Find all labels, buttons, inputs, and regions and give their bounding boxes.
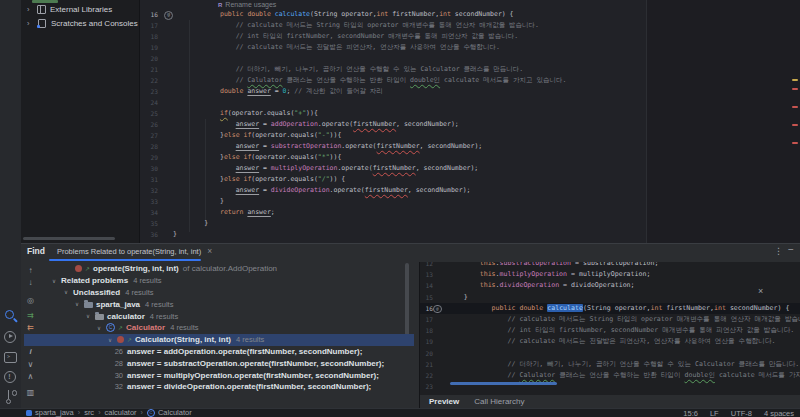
problems-icon[interactable] — [3, 370, 18, 385]
hide-panel-icon[interactable]: − — [788, 244, 794, 255]
tree-node[interactable]: ∨↗Calculator(String, int, int)4 results — [44, 334, 416, 346]
code-line[interactable]: 32 answer = divideOperation.operate(firs… — [140, 185, 800, 196]
collapse-all-icon[interactable]: ∧ — [24, 372, 37, 382]
breadcrumb-item[interactable]: calculator — [104, 409, 136, 417]
code-line[interactable]: 36} — [140, 229, 800, 240]
code-line[interactable]: 25 if(operator.equals("+")){ — [140, 108, 800, 119]
tree-node[interactable]: ∨Unclassified4 results — [44, 287, 416, 299]
navigate-down-icon[interactable]: ↓ — [24, 278, 37, 288]
gutter — [433, 280, 440, 291]
find-results-tab[interactable]: Problems Related to operate(String, int,… — [57, 247, 201, 256]
ide-window: ›External Libraries›Scratches and Consol… — [0, 0, 800, 417]
chevron-down-icon[interactable]: ∨ — [64, 289, 73, 295]
error-stripe-mark[interactable] — [792, 142, 798, 144]
code-line[interactable]: 20 — [420, 348, 800, 359]
error-stripe-mark[interactable] — [792, 106, 798, 108]
find-icon[interactable] — [3, 308, 18, 323]
code-text: public double calculate(String operator,… — [173, 9, 514, 20]
result-line[interactable]: 32answer = divideOperation.operate(first… — [44, 381, 416, 393]
code-line[interactable]: 21 // 더하기, 빼기, 나누기, 곱하기 연산을 수행할 수 있는 Cal… — [140, 64, 800, 75]
code-line[interactable]: 19 // calculate 메서드는 전달받은 피연산자, 연산자를 사용하… — [420, 336, 800, 347]
status-item[interactable]: 4 spaces — [764, 409, 794, 417]
code-line[interactable]: 26 answer = addOperation.operate(firstNu… — [140, 119, 800, 130]
status-item[interactable]: 15:6 — [683, 409, 698, 417]
locate-icon[interactable]: ◎ — [24, 296, 37, 306]
run-icon[interactable] — [3, 330, 18, 345]
tree-node[interactable]: ∨sparta_java4 results — [44, 298, 416, 310]
chevron-down-icon[interactable]: ∨ — [75, 301, 84, 307]
code-line[interactable]: 13 this.multiplyOperation = multiplyOper… — [420, 269, 800, 280]
tree-node[interactable]: ∨Related problems4 results — [44, 275, 416, 287]
sidebar-item-external-libraries[interactable]: ›External Libraries — [21, 3, 139, 17]
code-line[interactable]: 35 } — [140, 218, 800, 229]
tree-node[interactable]: ∨calculator4 results — [44, 310, 416, 322]
code-line[interactable]: 19 // calculate 메서드는 전달받은 피연산자, 연산자를 사용하… — [140, 42, 800, 53]
more-options-icon[interactable]: ⋮ — [774, 246, 783, 256]
preview-editor[interactable]: 12 this.substractOperation = substractOp… — [420, 262, 800, 395]
code-line[interactable]: 22 // Calulator 클래스는 연산을 수행하는 반환 타입이 dou… — [140, 75, 800, 86]
breadcrumb-item[interactable]: sparta_java — [26, 409, 74, 417]
autoscroll-to-source-icon[interactable]: ⇉ — [24, 311, 37, 321]
code-line[interactable]: 21 // 더하기, 빼기, 나누기, 곱하기 연산을 수행할 수 있는 Cal… — [420, 359, 800, 370]
code-text: this.divideOperation = divideOperation; — [440, 280, 635, 291]
result-line[interactable]: 26answer = addOperation.operate(firstNum… — [44, 346, 416, 358]
gutter: @ — [158, 9, 173, 20]
code-line[interactable]: 15 } — [420, 292, 800, 303]
autoscroll-from-source-icon[interactable]: ⇇ — [24, 323, 37, 333]
tree-label: External Libraries — [50, 5, 112, 14]
line-number: 19 — [420, 336, 433, 347]
warning-stripe-mark[interactable] — [792, 79, 798, 81]
chevron-right-icon[interactable]: › — [27, 19, 36, 28]
result-code: answer = addOperation.operate(firstNumbe… — [127, 347, 362, 356]
code-line[interactable]: 12 this.substractOperation = substractOp… — [420, 262, 800, 269]
code-line[interactable]: 27 }else if(operator.equals("-")){ — [140, 130, 800, 141]
close-icon[interactable]: × — [207, 246, 212, 256]
expand-all-icon[interactable]: ∨ — [24, 360, 37, 370]
code-line[interactable]: 23 double answer = 0; // 계산한 값이 들어갈 자리 — [140, 86, 800, 97]
code-line[interactable]: 16@ public double calculate(String opera… — [420, 303, 800, 314]
code-line[interactable]: 33 } — [140, 196, 800, 207]
status-item[interactable]: LF — [710, 409, 719, 417]
horizontal-scrollbar[interactable] — [23, 237, 115, 240]
code-line[interactable]: 14 this.divideOperation = divideOperatio… — [420, 280, 800, 291]
code-line[interactable]: 34 return answer; — [140, 207, 800, 218]
inlay-hint[interactable]: R Rename usages — [218, 1, 276, 8]
status-right: 15:6LFUTF-84 spaces — [683, 409, 794, 417]
chevron-down-icon[interactable]: ∨ — [86, 313, 95, 319]
pin-icon[interactable]: i — [24, 347, 37, 357]
code-line[interactable]: 17 // calculate 메서드는 String 타입의 operator… — [140, 20, 800, 31]
navigate-up-icon[interactable]: ↑ — [24, 266, 37, 276]
breadcrumb-item[interactable]: src — [84, 409, 94, 417]
code-line[interactable]: 31 }else if(operator.equals("/")) { — [140, 174, 800, 185]
close-icon[interactable]: × — [758, 286, 763, 296]
status-item[interactable]: UTF-8 — [731, 409, 752, 417]
code-line[interactable]: 22 // Calulator 클래스는 연산을 수행하는 반환 타입이 dou… — [420, 370, 800, 381]
chevron-down-icon[interactable]: ∨ — [52, 278, 61, 284]
error-stripe-mark[interactable] — [792, 124, 798, 126]
code-line[interactable]: 30 answer = multiplyOperation.operate(fi… — [140, 163, 800, 174]
breadcrumb-item[interactable]: CCalculator — [147, 409, 192, 417]
sidebar-item-scratches-and-consoles[interactable]: ›Scratches and Consoles — [21, 17, 139, 31]
preview-toggle-icon[interactable]: ▥ — [24, 388, 37, 398]
chevron-down-icon[interactable]: ∨ — [108, 337, 117, 343]
code-line[interactable]: 29 }else if(operator.equals("*")){ — [140, 152, 800, 163]
code-line[interactable]: 17 // calculate 메서드는 String 타입의 operator… — [420, 314, 800, 325]
chevron-down-icon[interactable]: ∨ — [97, 325, 106, 331]
tab-preview[interactable]: Preview — [429, 397, 459, 406]
tab-call-hierarchy[interactable]: Call Hierarchy — [474, 397, 524, 406]
code-line[interactable]: 16@ public double calculate(String opera… — [140, 9, 800, 20]
chevron-right-icon[interactable]: › — [27, 5, 36, 14]
result-line[interactable]: 28answer = substractOperation.operate(fi… — [44, 357, 416, 369]
error-stripe-mark[interactable] — [792, 88, 798, 90]
code-line[interactable]: 18 // int 타입의 firstNumber, secondNumber … — [140, 31, 800, 42]
code-line[interactable]: 18 // int 타입의 firstNumber, secondNumber … — [420, 325, 800, 336]
code-line[interactable]: 28 answer = substractOperation.operate(f… — [140, 141, 800, 152]
tree-node[interactable]: ∨C↗Calculator4 results — [44, 322, 416, 334]
version-control-icon[interactable] — [3, 388, 18, 403]
terminal-icon[interactable] — [3, 350, 18, 365]
code-line[interactable]: 20 — [140, 53, 800, 64]
tree-node[interactable]: ↗operate(String, int, int)of calculator.… — [44, 263, 416, 275]
code-line[interactable]: 24 — [140, 97, 800, 108]
horizontal-scrollbar[interactable] — [450, 382, 557, 385]
result-line[interactable]: 30answer = multiplyOperation.operate(fir… — [44, 369, 416, 381]
